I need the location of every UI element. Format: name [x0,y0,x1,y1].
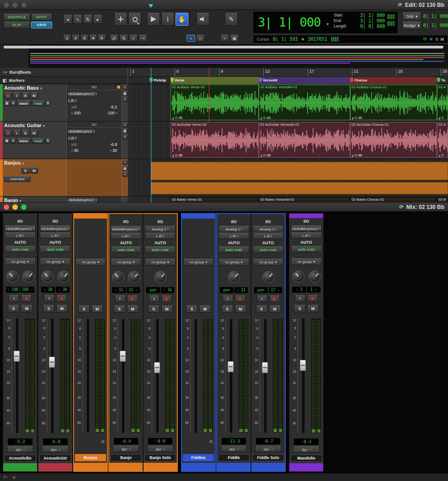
record-arm-button[interactable] [4,92,12,99]
clip-gain[interactable]: 0 dB [352,116,362,120]
solo-button[interactable]: S [114,305,125,313]
markers-menu-icon[interactable]: ◧ [3,78,7,83]
volume-fader[interactable] [262,319,268,433]
pan-knob-right[interactable] [22,271,34,283]
sync-status-icon[interactable]: ⟳ [423,37,427,42]
elastic-audio-icon[interactable]: ✳ [11,101,16,106]
output-selector[interactable]: L-R‖ [145,233,176,239]
audio-clip[interactable]: 02 Banjo Chorus-01 [350,197,437,201]
dyn-button[interactable]: dyn›› [7,446,33,453]
solo-button[interactable]: S [21,167,29,174]
add-lane-button[interactable]: + [123,134,128,139]
selector-tool-button[interactable]: I [161,13,174,26]
pan-value-left[interactable]: pan [146,287,160,293]
channel-name[interactable]: Mandolin [290,454,322,462]
channel-name[interactable]: AcousticBs [4,454,36,462]
zoom-preset-2[interactable]: 2 [72,35,80,41]
pan-knob-right[interactable] [128,271,140,283]
close-icon[interactable] [4,2,9,8]
channel-name[interactable]: Fiddles [183,454,214,461]
channel-name[interactable]: Banjo [110,454,142,461]
output-selector[interactable]: L-R‖ [5,232,36,239]
pencil-tool-button[interactable]: ✎ [225,13,238,26]
pan-knob-right[interactable] [58,271,69,283]
output-selector[interactable]: L-R‖ [253,233,283,239]
marker-turnaround[interactable]: Tu [437,78,445,83]
pan-value-right[interactable]: 100 › [21,287,34,293]
pan-value-left[interactable]: ‹ 1 [292,287,306,293]
pan-value-right[interactable]: 1 › [307,287,320,293]
input-selector[interactable]: HDAdMcrphn12▾ [40,225,71,232]
dyn-button[interactable]: ›› [186,446,211,452]
volume-readout[interactable]: -8.9 [148,438,172,444]
timebase-selector-icon[interactable]: ▣ [4,101,10,106]
maximize-icon[interactable] [21,204,27,210]
layered-editing-button[interactable]: ≡ [129,35,138,42]
automation-mode-button[interactable]: read [32,138,44,144]
universe-scroll-thumb[interactable] [4,46,443,48]
mute-button[interactable]: M [21,305,32,312]
input-selector[interactable]: HDAdMcrphn12▾ [291,225,322,232]
mute-button[interactable]: M [127,305,139,313]
minimize-icon[interactable] [12,204,18,210]
channel-name[interactable]: Fiddle [218,454,250,461]
close-icon[interactable] [4,204,9,210]
scrubber-tool-button[interactable] [197,13,209,26]
record-arm-button[interactable] [307,295,318,302]
insertion-follows-playback-button[interactable]: » [220,35,229,42]
input-monitor-button[interactable]: I [13,92,21,99]
shuffle-mode-button[interactable]: SHUFFLE [4,14,30,21]
window-config-button[interactable]: ▣ [230,35,239,42]
record-arm-button[interactable] [127,295,138,302]
dyn-button[interactable]: ›› [78,446,103,452]
output-selector[interactable]: L-R‖ [219,233,249,239]
automation-mode-button[interactable]: auto read [219,246,249,253]
audio-clip[interactable]: 02 B [437,197,448,201]
audio-clip[interactable]: 02 AcBass VerseAlt-01 0 dB [259,85,350,120]
pan-knob-left[interactable] [42,271,53,283]
channel-name[interactable]: Banjos [75,454,106,461]
edit-lock-button[interactable]: ⊣ [139,35,147,42]
group-selector[interactable]: no group▾ [253,259,283,266]
volume-readout[interactable]: vol-5.2 [68,104,121,110]
end-value[interactable]: 3| 1| 000 [352,18,385,23]
main-counter[interactable]: 3| 1| 000 [258,15,320,29]
channel-name[interactable]: Fiddle Solo [252,454,284,461]
track-name[interactable]: Acoustic Bass ▾ [4,85,65,91]
input-monitor-button[interactable]: I [257,295,267,302]
volume-fader[interactable] [192,319,198,433]
volume-fader[interactable] [14,319,20,433]
pan-value-left[interactable]: ‹ 30 [41,287,55,293]
dyn-button[interactable]: dyn›› [147,446,173,452]
mute-button[interactable]: M [91,305,103,313]
clip-gain[interactable]: 0 [438,116,443,120]
channel-name[interactable]: Banjo Solo [144,454,176,461]
fader-cap[interactable] [228,361,234,372]
playhead-marker[interactable] [149,4,153,8]
track-view-selector[interactable]: wave [17,138,31,144]
zoom-preset-5[interactable]: 5 [98,35,106,41]
automation-mode-button[interactable]: auto read [253,246,283,253]
edit-titlebar[interactable]: ⟳ Edit: 02 130 Bb [0,0,448,10]
input-selector[interactable]: Analog 1▾ [145,226,176,232]
volume-fader[interactable] [228,319,234,433]
fader-cap[interactable] [262,362,268,373]
folder-overview-block[interactable] [151,182,448,194]
solo-button[interactable]: S [78,305,90,313]
record-arm-button[interactable] [21,295,32,302]
link-timeline-selection-button[interactable]: ∿ [187,35,195,42]
pan-readout[interactable]: ‹ 30‹ 30 [68,147,121,153]
fader-cap[interactable] [300,360,306,371]
clip-gain[interactable]: 0 dB [172,116,182,120]
volume-readout[interactable] [187,438,210,444]
output-selector[interactable]: L-R‖ [68,135,77,141]
input-selector[interactable]: Analog 1▾ [219,226,249,232]
group-selector[interactable]: no group▾ [145,259,176,266]
channel-name[interactable]: AcousticGtr [39,454,71,462]
output-selector[interactable]: L-R‖ [68,98,77,104]
grid-value[interactable]: 0| 1| 000 [423,14,448,19]
tab-to-transient-button[interactable]: ⇄ [110,35,118,42]
dyn-button[interactable]: dyn›› [293,446,320,453]
group-selector[interactable]: no group▾ [5,258,36,265]
window-controls[interactable] [4,2,27,8]
